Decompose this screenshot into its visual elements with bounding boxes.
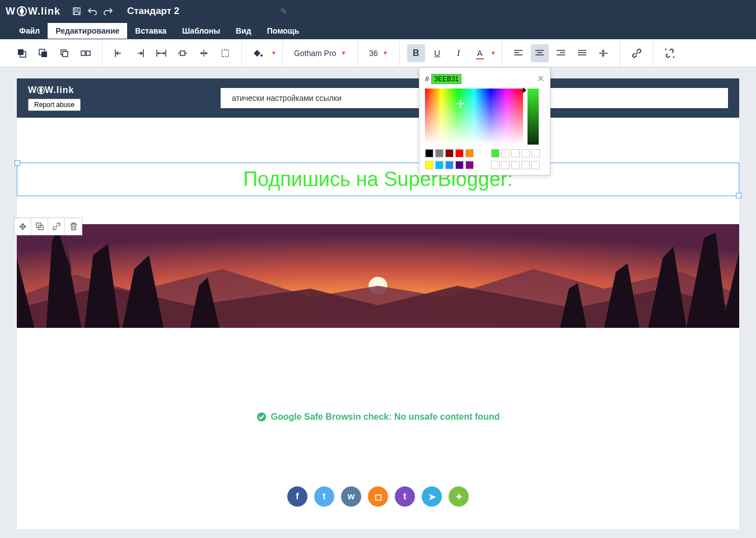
save-icon[interactable] [69, 3, 85, 19]
selected-text-element[interactable]: Подпишись на SuperBlogger: [17, 163, 739, 196]
social-facebook-icon[interactable]: f [287, 486, 307, 507]
social-icons-row: ftw◻t➤✦ [17, 478, 739, 529]
svg-rect-10 [81, 51, 85, 55]
menu-templates[interactable]: Шаблоны [174, 23, 228, 39]
color-picker-popup: # 3EEB31 ✕ [419, 67, 550, 175]
underline-button[interactable]: U [428, 44, 446, 62]
delete-icon[interactable] [65, 218, 82, 235]
social-twitter-icon[interactable]: t [314, 486, 334, 507]
swatch[interactable] [435, 161, 444, 169]
spectrum-cursor-icon [456, 100, 464, 108]
menu-help[interactable]: Помощь [259, 23, 307, 39]
move-icon[interactable]: ✥ [15, 218, 31, 235]
swatch[interactable] [435, 149, 444, 157]
swatch-empty[interactable] [501, 161, 510, 169]
svg-rect-6 [41, 52, 47, 57]
compress-horizontal-icon[interactable] [195, 44, 213, 62]
app-topbar: WW.link Стандарт 2 ✎ [0, 0, 756, 22]
svg-rect-4 [18, 49, 24, 55]
selection-bounds-icon[interactable] [216, 44, 234, 62]
menu-edit[interactable]: Редактирование [48, 23, 127, 39]
swatch[interactable] [425, 161, 433, 169]
duplicate-icon[interactable] [55, 44, 73, 62]
font-family-select[interactable]: Gotham Pro▼ [288, 49, 352, 58]
group-icon[interactable] [77, 44, 95, 62]
undo-icon[interactable] [85, 3, 100, 19]
bold-button[interactable]: B [407, 44, 425, 62]
social-tumblr-icon[interactable]: t [395, 486, 415, 507]
swatch-empty[interactable] [531, 161, 540, 169]
bring-forward-icon[interactable] [13, 44, 31, 62]
text-color-caret-icon[interactable]: ▼ [491, 50, 496, 56]
social-instagram-icon[interactable]: ◻ [368, 486, 388, 507]
swatch-empty[interactable] [501, 149, 510, 157]
swatch[interactable] [465, 149, 474, 157]
redo-icon[interactable] [100, 3, 116, 19]
link-icon[interactable] [628, 44, 646, 62]
swatch[interactable] [491, 149, 500, 157]
hex-hash: # [425, 75, 429, 83]
align-center-icon[interactable] [531, 44, 549, 62]
align-right-icon[interactable] [552, 44, 570, 62]
font-family-value: Gotham Pro [294, 49, 336, 58]
align-right-edge-icon[interactable] [131, 44, 149, 62]
send-backward-icon[interactable] [34, 44, 52, 62]
center-horizontal-icon[interactable] [174, 44, 192, 62]
edit-title-icon[interactable]: ✎ [280, 6, 287, 17]
swatch[interactable] [445, 161, 454, 169]
menubar: Файл Редактирование Вставка Шаблоны Вид … [0, 22, 756, 39]
align-left-icon[interactable] [510, 44, 528, 62]
app-logo: WW.link [6, 6, 60, 17]
swatch-empty[interactable] [521, 161, 530, 169]
svg-point-36 [257, 412, 266, 421]
swatch[interactable] [465, 161, 474, 169]
text-color-button[interactable]: A [471, 44, 489, 62]
social-vk-icon[interactable]: w [341, 486, 361, 507]
italic-button[interactable]: I [450, 44, 468, 62]
svg-rect-18 [222, 50, 228, 57]
canvas-scroll[interactable]: WW.link Report abuse атически настройкам… [0, 67, 756, 538]
menu-file[interactable]: Файл [11, 23, 48, 39]
svg-rect-2 [74, 8, 78, 10]
swatch-empty[interactable] [491, 161, 500, 169]
hero-image[interactable] [17, 224, 739, 328]
document-title: Стандарт 2 [127, 6, 179, 17]
page-header: WW.link Report abuse атически настройкам… [17, 78, 739, 118]
menu-view[interactable]: Вид [228, 23, 259, 39]
align-justify-icon[interactable] [573, 44, 591, 62]
swatch[interactable] [425, 149, 433, 157]
safe-browsing-check: Google Safe Browsin check: No unsafe con… [17, 328, 739, 478]
svg-rect-9 [63, 52, 68, 57]
report-abuse-button[interactable]: Report abuse [28, 99, 81, 111]
element-link-icon[interactable] [48, 218, 65, 235]
social-evernote-icon[interactable]: ✦ [449, 486, 469, 507]
font-size-select[interactable]: 36▼ [363, 49, 393, 58]
social-telegram-icon[interactable]: ➤ [422, 486, 442, 507]
swatch-empty[interactable] [521, 149, 530, 157]
hex-value-input[interactable]: 3EEB31 [431, 74, 461, 84]
element-toolbar: ✥ [14, 217, 82, 235]
unlink-icon[interactable] [661, 44, 679, 62]
copy-icon[interactable] [31, 218, 48, 235]
align-left-edge-icon[interactable] [110, 44, 128, 62]
svg-rect-3 [74, 12, 79, 15]
hue-slider[interactable] [528, 89, 539, 145]
close-icon[interactable]: ✕ [537, 73, 544, 84]
fill-color-icon[interactable] [249, 44, 267, 62]
swatch[interactable] [455, 161, 464, 169]
swatch[interactable] [455, 149, 464, 157]
headline-text[interactable]: Подпишись на SuperBlogger: [22, 168, 734, 191]
shield-check-icon [256, 412, 267, 422]
color-spectrum[interactable] [425, 89, 523, 145]
menu-insert[interactable]: Вставка [127, 23, 174, 39]
vertical-center-icon[interactable] [595, 44, 613, 62]
canvas[interactable]: WW.link Report abuse атически настройкам… [17, 78, 739, 529]
fill-caret-icon[interactable]: ▼ [271, 50, 277, 56]
safe-check-text: Google Safe Browsin check: No unsafe con… [271, 412, 500, 422]
swatch-empty[interactable] [511, 149, 520, 157]
swatch-empty[interactable] [511, 161, 520, 169]
swatch-empty[interactable] [531, 149, 540, 157]
stretch-horizontal-icon[interactable] [152, 44, 170, 62]
svg-rect-11 [86, 51, 90, 55]
swatch[interactable] [445, 149, 454, 157]
